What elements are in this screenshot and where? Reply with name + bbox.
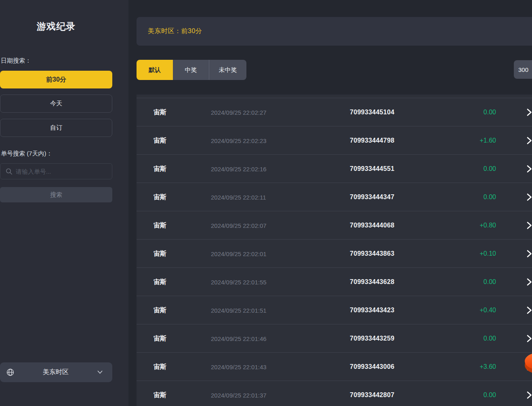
chevron-right-icon[interactable]	[527, 108, 532, 116]
bet-time: 2024/09/25 22:01:37	[211, 391, 267, 398]
chevron-right-icon[interactable]	[527, 334, 532, 343]
table-row[interactable]: 宙斯 2024/09/25 22:01:46 709933443259 0.00	[137, 324, 532, 352]
date-option-today[interactable]: 今天	[0, 95, 112, 113]
bet-time: 2024/09/25 22:02:23	[211, 137, 267, 144]
game-name: 宙斯	[154, 362, 166, 371]
amount-value: +1.60	[443, 137, 496, 144]
amount-value: +0.10	[443, 250, 496, 257]
table-row[interactable]: 宙斯 2024/09/25 22:01:37 709933442807 0.00	[137, 381, 532, 406]
date-search-label: 日期搜索：	[1, 57, 31, 65]
tab-not-won[interactable]: 未中奖	[209, 60, 246, 80]
chevron-right-icon[interactable]	[527, 137, 532, 145]
order-number: 709933443423	[350, 307, 394, 314]
table-row[interactable]: 宙斯 2024/09/25 22:01:51 709933443423 +0.4…	[137, 296, 532, 324]
chevron-down-icon	[97, 370, 103, 374]
list-top-sliver	[137, 95, 532, 98]
game-name: 宙斯	[154, 221, 166, 229]
chevron-right-icon[interactable]	[527, 250, 532, 258]
amount-value: +0.80	[443, 222, 496, 229]
bet-time: 2024/09/25 22:02:27	[211, 109, 267, 116]
chevron-right-icon[interactable]	[527, 165, 532, 173]
timezone-label: 美东时区	[14, 368, 97, 377]
amount-value: 0.00	[443, 278, 496, 286]
chevron-right-icon[interactable]	[527, 278, 532, 286]
order-number: 709933443259	[350, 335, 394, 342]
bet-time: 2024/09/25 22:01:55	[211, 278, 267, 285]
table-row[interactable]: 宙斯 2024/09/25 22:02:11 709933444347 0.00	[137, 183, 532, 211]
bet-time: 2024/09/25 22:02:07	[211, 222, 267, 229]
order-number: 709933444551	[350, 165, 394, 172]
order-search-box[interactable]	[0, 163, 112, 179]
order-number: 709933443006	[350, 363, 394, 370]
sidebar: 游戏纪录 日期搜索： 前30分 今天 自订 单号搜索 (7天内)： 搜索 美东时…	[0, 0, 128, 406]
order-number: 709933444068	[350, 222, 394, 229]
timezone-selector[interactable]: 美东时区	[0, 362, 112, 382]
table-row[interactable]: 宙斯 2024/09/25 22:01:55 709933443628 0.00	[137, 267, 532, 296]
filter-summary-card: 美东时区：前30分	[137, 17, 532, 46]
tab-won[interactable]: 中奖	[173, 60, 209, 80]
table-row[interactable]: 宙斯 2024/09/25 22:02:23 709933444798 +1.6…	[137, 126, 532, 154]
order-search-input[interactable]	[16, 168, 112, 175]
amount-value: 0.00	[443, 109, 496, 116]
game-name: 宙斯	[154, 278, 166, 286]
table-row[interactable]: 宙斯 2024/09/25 22:02:07 709933444068 +0.8…	[137, 211, 532, 239]
bet-time: 2024/09/25 22:01:43	[211, 363, 267, 370]
amount-value: 0.00	[443, 194, 496, 201]
game-name: 宙斯	[154, 164, 166, 173]
date-option-last30min[interactable]: 前30分	[0, 71, 112, 88]
order-number: 709933444347	[350, 194, 394, 201]
search-button[interactable]: 搜索	[0, 187, 112, 202]
table-row[interactable]: 宙斯 2024/09/25 22:02:27 709933445104 0.00	[137, 98, 532, 126]
amount-value: 0.00	[443, 391, 496, 399]
order-number: 709933444798	[350, 137, 394, 144]
game-name: 宙斯	[154, 249, 166, 258]
filter-summary-text: 美东时区：前30分	[148, 27, 202, 36]
order-number: 709933443628	[350, 278, 394, 286]
game-name: 宙斯	[154, 136, 166, 145]
bet-time: 2024/09/25 22:01:46	[211, 335, 267, 342]
chevron-right-icon[interactable]	[527, 193, 532, 201]
amount-value: +0.40	[443, 307, 496, 314]
order-number: 709933442807	[350, 391, 394, 399]
chevron-right-icon[interactable]	[527, 221, 532, 229]
result-tabs: 默认 中奖 未中奖	[137, 60, 246, 80]
bet-time: 2024/09/25 22:02:01	[211, 250, 267, 257]
game-name: 宙斯	[154, 193, 166, 201]
globe-icon	[6, 368, 14, 376]
records-list: 宙斯 2024/09/25 22:02:27 709933445104 0.00…	[137, 95, 532, 406]
order-number: 709933443863	[350, 250, 394, 257]
amount-value: 0.00	[443, 165, 496, 172]
game-name: 宙斯	[154, 108, 166, 116]
table-row[interactable]: 宙斯 2024/09/25 22:02:01 709933443863 +0.1…	[137, 239, 532, 267]
bet-time: 2024/09/25 22:01:51	[211, 307, 267, 313]
bet-time: 2024/09/25 22:02:16	[211, 165, 267, 172]
game-name: 宙斯	[154, 306, 166, 314]
table-row[interactable]: 宙斯 2024/09/25 22:02:16 709933444551 0.00	[137, 154, 532, 183]
chevron-right-icon[interactable]	[527, 363, 532, 371]
date-option-custom[interactable]: 自订	[0, 119, 112, 137]
page-title: 游戏纪录	[0, 20, 112, 33]
bet-time: 2024/09/25 22:02:11	[211, 194, 266, 200]
order-search-label: 单号搜索 (7天内)：	[1, 150, 53, 158]
game-name: 宙斯	[154, 391, 166, 399]
game-name: 宙斯	[154, 334, 166, 343]
chevron-right-icon[interactable]	[527, 391, 532, 399]
order-number: 709933445104	[350, 109, 394, 116]
amount-value: 0.00	[443, 335, 496, 342]
table-row[interactable]: 宙斯 2024/09/25 22:01:43 709933443006 +3.6…	[137, 352, 532, 381]
chevron-right-icon[interactable]	[527, 306, 532, 314]
amount-value: +3.60	[443, 363, 496, 370]
page-size-badge[interactable]: 300	[514, 60, 532, 79]
main-content: 美东时区：前30分 默认 中奖 未中奖 300 宙斯 2024/09/25 22…	[128, 0, 532, 406]
tab-default[interactable]: 默认	[137, 60, 173, 80]
search-icon	[6, 168, 13, 175]
